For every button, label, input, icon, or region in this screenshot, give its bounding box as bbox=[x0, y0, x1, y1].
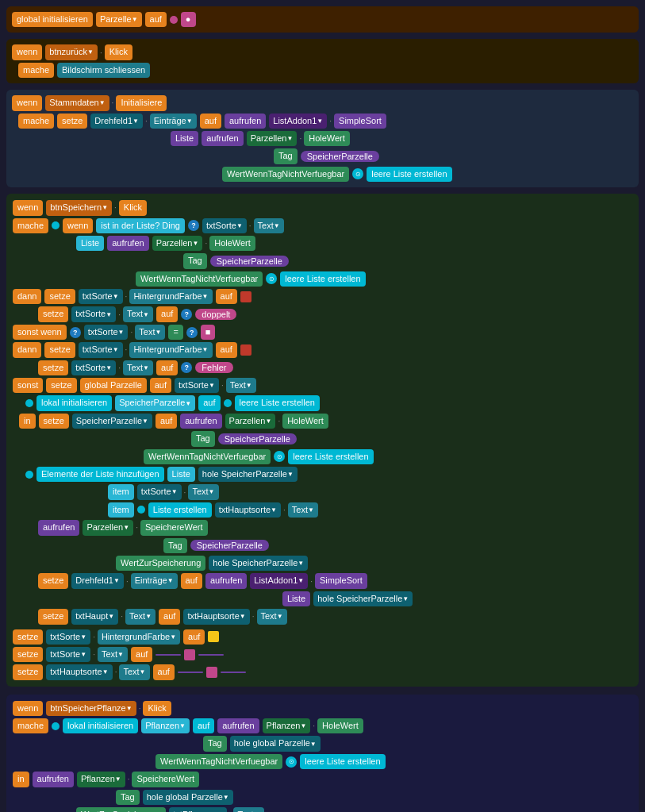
txtsorte-dd8[interactable]: txtSorte bbox=[137, 484, 182, 499]
leere-liste-label: leere Liste erstellen bbox=[367, 167, 451, 182]
lokal-init2-label: lokal initialisieren bbox=[63, 718, 138, 733]
speicherparzelle-str: SpeicherParzelle bbox=[301, 151, 379, 162]
pflanzen3-dropdown[interactable]: Pflanzen bbox=[77, 772, 125, 787]
auf5-label: auf bbox=[216, 342, 237, 357]
btnzurueck-dropdown[interactable]: btnzurück bbox=[45, 44, 98, 60]
klick-label: Klick bbox=[105, 44, 132, 60]
speicherparzelle-dd2[interactable]: SpeicherParzelle bbox=[72, 414, 152, 429]
hintergrundfarbe-dd1[interactable]: HintergrundFarbe bbox=[129, 289, 212, 304]
text-dd12[interactable]: Text bbox=[233, 807, 263, 812]
eintraege-dropdown[interactable]: Einträge bbox=[150, 114, 197, 129]
txtpflanzen-dd1[interactable]: txtPflanzen bbox=[169, 807, 226, 812]
parzellen4-dropdown[interactable]: Parzellen bbox=[225, 414, 276, 429]
wertwenntag3-label: WertWennTagNichtVerfuegbar bbox=[144, 449, 271, 464]
hole-parzelle-dd1[interactable]: hole global Parzelle bbox=[230, 736, 321, 751]
eintraege-dd2[interactable]: Einträge bbox=[131, 573, 178, 588]
holewert3-label: HoleWert bbox=[282, 414, 328, 429]
parzellen5-dropdown[interactable]: Parzellen bbox=[83, 520, 133, 535]
wertwenntag-label: WertWennTagNichtVerfuegbar bbox=[222, 167, 349, 182]
lokal-init-label: lokal initialisieren bbox=[36, 395, 112, 410]
txtsorte-dd10[interactable]: txtSorte bbox=[46, 647, 90, 662]
liste2-label: Liste bbox=[76, 236, 104, 251]
setze4-keyword: setze bbox=[38, 306, 68, 321]
leere-liste3-label: leere Liste erstellen bbox=[235, 395, 320, 410]
q-circle1: ? bbox=[188, 220, 199, 231]
auf7-label: auf bbox=[150, 378, 171, 393]
txtsorte-dd7[interactable]: txtSorte bbox=[175, 378, 219, 393]
txthaupt-dd1[interactable]: txtHaupt bbox=[71, 609, 118, 624]
hole-parzelle-dd2[interactable]: hole global Parzelle bbox=[143, 790, 233, 805]
txtsorte-dd2[interactable]: txtSorte bbox=[79, 289, 123, 304]
setze7-keyword: setze bbox=[46, 378, 76, 393]
q-circle4: ? bbox=[186, 327, 198, 338]
hole-speicher-dd2[interactable]: hole SpeicherParzelle bbox=[209, 556, 308, 571]
text-dd7[interactable]: Text bbox=[288, 502, 318, 518]
txthauptsorte-dd2[interactable]: txtHauptsorte bbox=[183, 609, 249, 624]
tag3-label: Tag bbox=[191, 431, 215, 446]
section-btn-speicher-pflanze: wenn btnSpeicherPflanze · Klick mache lo… bbox=[6, 695, 639, 812]
text-dd9[interactable]: Text bbox=[257, 609, 287, 624]
txtsorte-dd6[interactable]: txtSorte bbox=[71, 360, 116, 375]
text-dd3[interactable]: Text bbox=[135, 325, 165, 340]
equals-label: = bbox=[168, 325, 182, 340]
text-dd4[interactable]: Text bbox=[123, 360, 153, 375]
btnspeicherpflanze-dropdown[interactable]: btnSpeicherPflanze bbox=[46, 701, 136, 716]
global-label: global Parzelle bbox=[80, 378, 147, 393]
q-circle2: ? bbox=[181, 309, 192, 320]
text-dd2[interactable]: Text bbox=[123, 306, 153, 321]
hintergrundfarbe-dd3[interactable]: HintergrundFarbe bbox=[98, 629, 180, 645]
parzelle-var[interactable]: Parzelle bbox=[96, 12, 142, 27]
empty-str1 bbox=[155, 654, 181, 656]
txtsorte-dd1[interactable]: txtSorte bbox=[202, 218, 247, 233]
bildschirm-schliessen: Bildschirm schliessen bbox=[57, 63, 150, 78]
listaddon1-dd2[interactable]: ListAddon1 bbox=[250, 573, 308, 588]
tag-label: Tag bbox=[274, 148, 298, 164]
inner-dot1 bbox=[52, 221, 60, 229]
leere-liste2-label: leere Liste erstellen bbox=[280, 271, 365, 287]
item1-label: item bbox=[108, 484, 134, 499]
text-dd11[interactable]: Text bbox=[119, 664, 149, 679]
mache-keyword: mache bbox=[18, 63, 54, 78]
tag6-label: Tag bbox=[116, 790, 140, 805]
parzellen3-dropdown[interactable]: Parzellen bbox=[152, 236, 203, 251]
speicherewert-label: SpeichereWert bbox=[140, 520, 208, 535]
parzellen2-dropdown[interactable]: Parzellen bbox=[247, 131, 298, 146]
yellow-square bbox=[208, 631, 219, 642]
hole-speicher-dd1[interactable]: hole SpeicherParzelle bbox=[198, 467, 298, 482]
section-btn-speichern: wenn btnSpeichern · Klick mache wenn ist… bbox=[6, 194, 639, 687]
speicherparzelle4-str: SpeicherParzelle bbox=[190, 540, 269, 551]
hintergrundfarbe-dd2[interactable]: HintergrundFarbe bbox=[129, 342, 212, 357]
section-stammdaten: wenn Stammdaten · Initialisiere mache se… bbox=[6, 90, 639, 187]
pflanzen2-dropdown[interactable]: Pflanzen bbox=[263, 718, 311, 733]
sonst-wenn-keyword: sonst wenn bbox=[13, 325, 67, 340]
text-dd8[interactable]: Text bbox=[125, 609, 155, 624]
auf12-label: auf bbox=[183, 629, 205, 645]
liste-label: Liste bbox=[171, 131, 198, 146]
auf14-label: auf bbox=[153, 664, 175, 679]
txthauptsorte-dd3[interactable]: txtHauptsorte bbox=[46, 664, 112, 679]
setze2-keyword: setze bbox=[57, 114, 87, 129]
txtsorte-dd4[interactable]: txtSorte bbox=[84, 325, 129, 340]
drehfeld1-dropdown[interactable]: Drehfeld1 bbox=[90, 114, 143, 129]
q-circle3: ? bbox=[70, 327, 81, 338]
speicherparzelle-dd1[interactable]: SpeicherParzelle bbox=[115, 395, 195, 410]
text-dd10[interactable]: Text bbox=[98, 647, 128, 662]
pflanzen-dd1[interactable]: Pflanzen bbox=[141, 718, 190, 733]
btnspeichern-dropdown[interactable]: btnSpeichern bbox=[46, 200, 112, 215]
txtsorte-dd9[interactable]: txtSorte bbox=[46, 629, 90, 645]
auf3-label: auf bbox=[216, 289, 237, 304]
in-keyword: in bbox=[19, 414, 36, 429]
leere-liste5-label: leere Liste erstellen bbox=[300, 754, 385, 769]
wenn2-keyword: wenn bbox=[12, 95, 42, 110]
listaddon1-dropdown[interactable]: ListAddon1 bbox=[269, 114, 327, 129]
stammdaten-dropdown[interactable]: Stammdaten bbox=[45, 95, 109, 110]
empty-str3 bbox=[178, 672, 203, 673]
drehfeld1-dd2[interactable]: Drehfeld1 bbox=[71, 573, 124, 588]
txthauptsorte-dd1[interactable]: txtHauptsorte bbox=[215, 502, 281, 518]
text-dd5[interactable]: Text bbox=[226, 378, 256, 393]
txtsorte-dd5[interactable]: txtSorte bbox=[79, 342, 123, 357]
hole-speicher-dd3[interactable]: hole SpeicherParzelle bbox=[313, 591, 413, 606]
text-dd6[interactable]: Text bbox=[188, 484, 218, 499]
txtsorte-dd3[interactable]: txtSorte bbox=[71, 306, 116, 321]
text-dd1[interactable]: Text bbox=[254, 218, 284, 233]
